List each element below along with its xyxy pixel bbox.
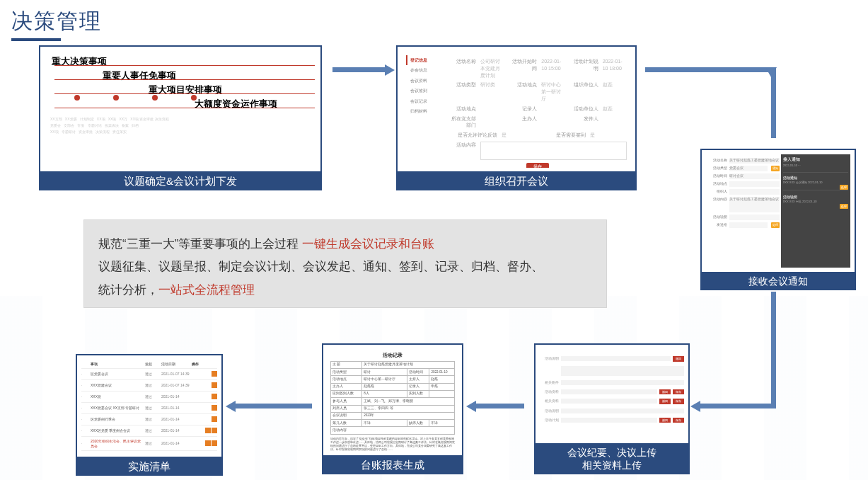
f-label: 记录人 <box>509 105 537 113</box>
right-sec: 活动说明 <box>783 195 848 200</box>
f-label: 活动名称 <box>448 58 476 79</box>
node-implement-list: 事项发起活动日期操作·区党委会议通过2021-01-07 14:39·XXX党建… <box>76 354 223 476</box>
side-item[interactable]: 登记信息 <box>406 55 443 65</box>
f-val: 赵磊 <box>603 81 627 102</box>
upload-button[interactable]: 撤回 <box>659 389 671 395</box>
f-val: 公司研讨本党建月度计划 <box>480 58 504 79</box>
f-val: 是 <box>502 132 539 139</box>
caption-line1: 会议纪要、决议上传 <box>567 447 656 458</box>
f-label: 活动地点 <box>448 105 476 113</box>
upload-button[interactable]: 撤回 <box>673 356 684 362</box>
arrow-head-icon <box>385 64 395 76</box>
node-receive-notice: 活动名称关于研讨赵磊工委党建落地会议 活动类型党委会议通知 活动时间研讨会议 活… <box>700 149 856 290</box>
upload-button[interactable]: 撤回 <box>659 399 671 404</box>
node-minutes-caption: 会议纪要、决议上传 相关资料上传 <box>534 443 690 474</box>
side-item[interactable]: 会议签到 <box>406 86 443 96</box>
node3-inner: 活动名称关于研讨赵磊工委党建落地会议 活动类型党委会议通知 活动时间研讨会议 活… <box>706 154 850 268</box>
desc-l3a: 统计分析， <box>98 283 158 297</box>
f-val <box>480 105 504 113</box>
list-item[interactable]: ·2020年组织生活会、民主评议党员会通过2021-01-14 <box>81 437 217 451</box>
save-button[interactable]: 保存 <box>526 163 549 168</box>
node-ledger-caption: 台账报表生成 <box>322 455 463 475</box>
caption-line2: 相关资料上传 <box>582 459 642 471</box>
f-label: 活动计划说明 <box>570 58 598 79</box>
f-val: 是 <box>590 132 627 139</box>
desc-line-1: 规范“三重一大”等重要事项的上会过程 一键生成会议记录和台账 <box>98 233 592 256</box>
f-label: 活动单位人 <box>570 105 598 113</box>
timeline-line <box>54 93 315 94</box>
doc-title: 活动记录 <box>330 352 455 359</box>
upload-button[interactable]: 保存 <box>673 389 684 395</box>
f-label: 活动说明 <box>707 215 727 220</box>
list-item[interactable]: ·XXX党通过2021-01-14 <box>81 392 217 403</box>
list-item[interactable]: ·XXX党委会议 XX支部 专题研讨通过2021-01-14 <box>81 403 217 414</box>
side-item[interactable]: 会议记录 <box>406 96 443 106</box>
r-label: 活动计划 <box>540 418 561 423</box>
side-item[interactable]: 会议资料 <box>406 76 443 86</box>
r-bar <box>561 366 684 376</box>
upload-button[interactable]: 撤回 <box>659 418 671 423</box>
description-box: 规范“三重一大”等重要事项的上会过程 一键生成会议记录和台账 议题征集、议题呈报… <box>83 219 607 308</box>
f-label: 发送给 <box>707 222 727 228</box>
textarea[interactable] <box>480 142 627 160</box>
f-label: 活动名称 <box>707 158 727 164</box>
node2-side-menu: 登记信息 参会信息 会议资料 会议签到 会议记录 归档材料 <box>406 55 443 116</box>
f-label: 所在党支部部门 <box>448 115 476 130</box>
sub-personnel: 重要人事任免事项 <box>103 69 176 82</box>
r-label: 活动说明 <box>540 408 561 413</box>
side-item[interactable]: 归档材料 <box>406 106 443 116</box>
r-bar <box>561 356 671 361</box>
f-val: 2022-01-10 15:00 <box>541 58 565 79</box>
r-label: 相关附件 <box>540 380 561 385</box>
side-item[interactable]: 参会信息 <box>406 65 443 75</box>
desc-l1a: 规范“三重一大”等重要事项的上会过程 <box>98 237 302 251</box>
f-val: 关于研讨赵磊工委党建落地会议 <box>729 158 780 164</box>
node4-inner: 活动说明撤回 相关附件 活动资料撤回保存 相关资料撤回保存 活动说明 活动计划撤… <box>540 349 684 452</box>
node-ledger-report: 活动记录 主 题关于研讨赵磊党建月度落地计划 活动类型研讨活动时间2022-01… <box>322 343 463 474</box>
timeline-dot <box>152 95 158 101</box>
list-item[interactable]: ·XXX党建会议通过2021-01-07 14:39 <box>81 380 217 392</box>
f-label: 是否允许评论反馈 <box>448 132 497 139</box>
upload-button[interactable]: 保存 <box>673 418 684 423</box>
f-val: 关于研讨赵磊工委党建落地会议 <box>729 197 780 212</box>
timeline-line <box>54 65 315 66</box>
ledger-paragraph: 活动内容方面，拟定了"处处有"指标项目幹部党建的目标阵列配比详情。对上半年各党支… <box>330 437 455 452</box>
f-val: 研讨中心第一研讨厅 <box>541 81 565 102</box>
node-organize-caption: 组织召开会议 <box>396 171 637 191</box>
list-item[interactable]: ·区党委会议通过2021-01-07 14:39 <box>81 369 217 380</box>
tag: 处理 <box>840 185 848 190</box>
f-val <box>603 115 627 130</box>
tag: 通知 <box>771 166 780 171</box>
desc-line-2: 议题征集、议题呈报、制定会议计划、会议发起、通知、签到、记录、归档、督办、 <box>98 256 592 278</box>
list-item[interactable]: ·XXX区党委 季度例会会议通过2021-01-14 <box>81 425 217 437</box>
node-organize-meeting: 登记信息 参会信息 会议资料 会议签到 会议记录 归档材料 活动名称公司研讨本党… <box>396 45 637 190</box>
list-item[interactable]: ·区党委例行季会通过2021-01-14 <box>81 414 217 425</box>
f-val <box>541 105 565 113</box>
f-val <box>729 222 768 228</box>
f-val <box>729 215 780 220</box>
sub-project: 重大项目安排事项 <box>149 84 222 96</box>
desc-l1b: 一键生成会议记录和台账 <box>302 237 434 251</box>
arrow-head-icon <box>690 401 700 412</box>
node-receive-caption: 接收会议通知 <box>700 272 856 290</box>
f-label: 活动地点 <box>509 81 537 102</box>
f-val <box>729 189 780 195</box>
f-label: 活动类型 <box>707 166 727 171</box>
node3-left: 活动名称关于研讨赵磊工委党建落地会议 活动类型党委会议通知 活动时间研讨会议 活… <box>706 154 781 268</box>
timeline-line <box>54 79 315 80</box>
f-label: 是否需要签到 <box>543 132 586 139</box>
f-label: 发件人 <box>570 115 598 130</box>
arrow-2-3-v <box>771 67 776 138</box>
list-item[interactable]: ·区组织专项XXX委会召开会议通过2021-01-14 <box>81 451 217 453</box>
page-title: 决策管理 <box>11 7 102 36</box>
node5-inner: 活动记录 主 题关于研讨赵磊党建月度落地计划 活动类型研讨活动时间2022-01… <box>328 349 458 452</box>
ledger-table: 主 题关于研讨赵磊党建月度落地计划 活动类型研讨活动时间2022-01-10 活… <box>330 361 455 435</box>
r-label: 相关资料 <box>540 399 561 404</box>
r-bar <box>561 418 657 423</box>
arrow-head-icon <box>226 401 236 412</box>
upload-button[interactable]: 保存 <box>673 399 684 404</box>
arrow-3-4-v <box>771 292 776 408</box>
arrow-head-icon <box>466 401 476 412</box>
arrow-3-4-h <box>700 404 776 408</box>
timeline-dot <box>74 95 80 101</box>
